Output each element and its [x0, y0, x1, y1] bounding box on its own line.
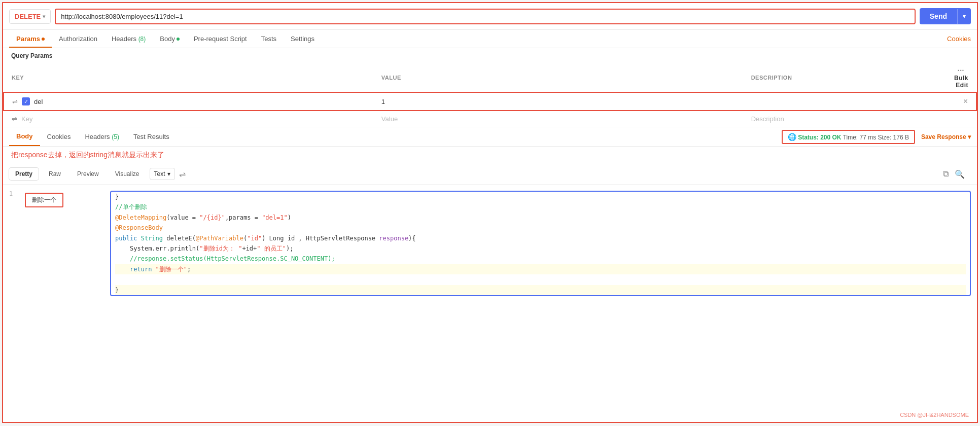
- line-numbers: 1: [3, 189, 19, 323]
- url-input[interactable]: http://localhost:8080/employees/11?del=1: [55, 9, 915, 24]
- format-raw[interactable]: Raw: [43, 168, 67, 180]
- tab-prerequest[interactable]: Pre-request Script: [187, 30, 254, 48]
- copy-icon[interactable]: ⧉: [943, 169, 949, 179]
- code-line: //response.setStatus(HttpServletResponse…: [115, 254, 966, 264]
- search-icon[interactable]: 🔍: [955, 169, 965, 179]
- tab-headers[interactable]: Headers (8): [104, 30, 153, 48]
- desc-header: DESCRIPTION: [743, 63, 938, 92]
- format-pretty[interactable]: Pretty: [9, 168, 39, 180]
- code-line: public String deleteE(@PathVariable("id"…: [115, 233, 966, 243]
- size-label: Size: 176 B: [878, 134, 909, 141]
- watermark: CSDN @JH&2HANDSOME: [900, 412, 969, 418]
- url-value: http://localhost:8080/employees/11?del=1: [61, 13, 183, 20]
- code-line: return "删除一个";: [115, 264, 966, 274]
- status-label: Status: 200 OK: [798, 134, 841, 141]
- code-line: //单个删除: [115, 202, 966, 212]
- key-header: KEY: [4, 63, 373, 92]
- action-icons: ⧉ 🔍: [943, 169, 971, 179]
- placeholder-actions: [937, 111, 976, 127]
- code-line: @DeleteMapping(value = "/{id}",params = …: [115, 212, 966, 223]
- tab-response-body[interactable]: Body: [9, 127, 40, 146]
- body-dot: [177, 38, 180, 41]
- response-annotation: 把response去掉，返回的string消息就显示出来了: [3, 147, 977, 164]
- format-visualize[interactable]: Visualize: [109, 168, 146, 180]
- tab-response-cookies[interactable]: Cookies: [40, 128, 78, 146]
- code-line: [115, 274, 966, 285]
- tab-authorization[interactable]: Authorization: [52, 30, 104, 48]
- send-button[interactable]: Send ▾: [920, 8, 971, 24]
- format-preview[interactable]: Preview: [71, 168, 105, 180]
- row-checkbox[interactable]: ✓: [22, 97, 30, 105]
- code-line: @ResponseBody: [115, 223, 966, 233]
- method-chevron: ▾: [43, 14, 45, 19]
- code-line: }: [115, 192, 966, 202]
- status-bar: 🌐 Status: 200 OK Time: 77 ms Size: 176 B…: [782, 130, 971, 144]
- format-toolbar: Pretty Raw Preview Visualize Text ▾ ⇌ ⧉ …: [3, 164, 977, 185]
- table-row-placeholder: ⇌ Key Value Description: [4, 111, 976, 127]
- method-label: DELETE: [15, 13, 41, 20]
- request-tabs: Params Authorization Headers (8) Body Pr…: [3, 30, 977, 48]
- text-type-select[interactable]: Text ▾: [150, 168, 175, 180]
- bulk-edit-header: ··· Bulk Edit: [937, 63, 976, 92]
- code-block[interactable]: } //单个删除 @DeleteMapping(value = "/{id}",…: [110, 191, 971, 296]
- response-label: 删除一个: [25, 193, 63, 207]
- param-desc-cell: [743, 92, 938, 111]
- wrap-icon[interactable]: ⇌: [179, 169, 186, 179]
- filter-icon-placeholder: ⇌: [12, 115, 17, 123]
- send-chevron: ▾: [957, 9, 971, 24]
- tab-settings[interactable]: Settings: [284, 30, 322, 48]
- filter-icon[interactable]: ⇌: [12, 98, 18, 105]
- params-table: KEY VALUE DESCRIPTION ··· Bulk Edit: [3, 63, 977, 127]
- param-key-cell: ⇌ ✓ del: [4, 92, 373, 111]
- method-select[interactable]: DELETE ▾: [9, 9, 51, 24]
- save-response-button[interactable]: Save Response ▾: [921, 133, 971, 140]
- cookies-link[interactable]: Cookies: [947, 35, 971, 43]
- code-line: }: [115, 285, 966, 295]
- placeholder-desc[interactable]: Description: [743, 111, 938, 127]
- placeholder-key[interactable]: ⇌ Key: [4, 111, 373, 127]
- delete-row-button[interactable]: ×: [963, 97, 968, 105]
- tab-tests[interactable]: Tests: [254, 30, 284, 48]
- send-label: Send: [920, 8, 957, 24]
- code-container: 1 删除一个 } //单个删除 @Dele: [3, 185, 977, 327]
- dots-icon[interactable]: ···: [958, 66, 964, 75]
- param-value[interactable]: 1: [381, 98, 385, 105]
- param-key[interactable]: del: [34, 98, 43, 105]
- param-delete-cell: ×: [937, 92, 976, 111]
- bulk-edit-button[interactable]: Bulk Edit: [954, 75, 968, 89]
- time-label: Time: 77 ms: [843, 134, 877, 141]
- params-dot: [42, 38, 45, 41]
- code-line: System.err.println("删除id为： "+id+" 的员工");: [115, 243, 966, 254]
- query-params-label: Query Params: [3, 48, 977, 63]
- table-row: ⇌ ✓ del 1 ×: [4, 92, 976, 111]
- globe-icon: 🌐: [788, 133, 796, 141]
- status-badge: 🌐 Status: 200 OK Time: 77 ms Size: 176 B: [782, 130, 915, 144]
- param-value-cell: 1: [373, 92, 743, 111]
- placeholder-value[interactable]: Value: [373, 111, 743, 127]
- tab-body[interactable]: Body: [153, 30, 187, 48]
- tab-params[interactable]: Params: [9, 30, 52, 48]
- response-tabs-bar: Body Cookies Headers (5) Test Results 🌐 …: [3, 127, 977, 147]
- url-bar: DELETE ▾ http://localhost:8080/employees…: [3, 3, 977, 30]
- value-header: VALUE: [373, 63, 743, 92]
- tab-response-headers[interactable]: Headers (5): [78, 128, 126, 146]
- tab-test-results[interactable]: Test Results: [126, 128, 177, 146]
